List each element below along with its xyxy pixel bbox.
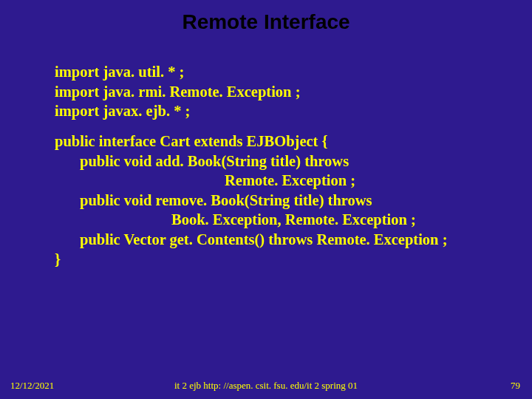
footer-source: it 2 ejb http: //aspen. csit. fsu. edu/i… <box>0 380 532 392</box>
code-line: public void remove. Book(String title) t… <box>80 191 517 211</box>
code-line: import java. util. * ; <box>55 62 517 82</box>
code-block: import java. util. * ; import java. rmi.… <box>55 62 517 269</box>
code-line: Book. Exception, Remote. Exception ; <box>171 210 517 230</box>
slide-footer: 12/12/2021 it 2 ejb http: //aspen. csit.… <box>0 375 532 392</box>
code-line: import java. rmi. Remote. Exception ; <box>55 82 517 102</box>
code-line: } <box>55 250 517 270</box>
code-line: Remote. Exception ; <box>225 171 517 191</box>
footer-page-number: 79 <box>511 380 520 392</box>
code-line: public interface Cart extends EJBObject … <box>55 132 517 151</box>
code-line: public Vector get. Contents() throws Rem… <box>80 230 517 250</box>
code-line: public void add. Book(String title) thro… <box>80 151 517 171</box>
slide-title: Remote Interface <box>0 10 532 34</box>
code-line: import javax. ejb. * ; <box>55 101 517 121</box>
